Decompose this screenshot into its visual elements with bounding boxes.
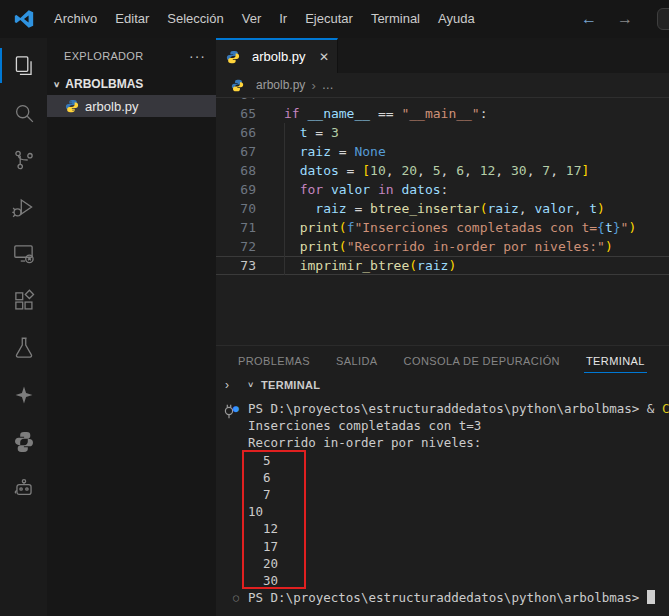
search-icon [11, 100, 37, 126]
code-line-67[interactable]: 67 raiz = None [216, 142, 669, 161]
explorer-icon [11, 53, 37, 79]
activity-search-icon[interactable] [0, 89, 47, 136]
code-text: print(f"Inserciones completadas con t={t… [284, 218, 636, 237]
folder-row-arbolbmas[interactable]: ∨ ARBOLBMAS [47, 73, 216, 95]
line-number: 65 [216, 104, 256, 123]
activity-sparkle-icon[interactable] [0, 371, 47, 418]
code-text: datos = [10, 20, 5, 6, 12, 30, 7, 17] [284, 161, 589, 180]
line-number: 71 [216, 218, 256, 237]
code-line-70[interactable]: 70 raiz = btree_insertar(raiz, valor, t) [216, 199, 669, 218]
python-file-icon [226, 50, 240, 64]
command-decoration-icon: ○ [233, 589, 239, 606]
terminal-line: ●PS D:\proyectos\estructuraddedatos\pyth… [216, 400, 669, 417]
code-line-68[interactable]: 68 datos = [10, 20, 5, 6, 12, 30, 7, 17] [216, 161, 669, 180]
python-icon [11, 429, 37, 455]
explorer-title: EXPLORADOR [64, 50, 189, 62]
bottom-panel: PROBLEMASSALIDACONSOLA DE DEPURACIÓNTERM… [216, 345, 669, 616]
activity-testing-icon[interactable] [0, 324, 47, 371]
panel-tab-salida[interactable]: SALIDA [336, 346, 378, 376]
activity-bar [0, 38, 47, 616]
activity-explorer-icon[interactable] [0, 42, 47, 89]
remote-explorer-icon [11, 241, 37, 267]
history-navigation: ← → [581, 0, 633, 38]
line-number: 67 [216, 142, 256, 161]
terminal-line: ○PS D:\proyectos\estructuraddedatos\pyth… [216, 589, 669, 606]
terminal-section-header: › ∨ TERMINAL [216, 376, 669, 398]
activity-run-debug-icon[interactable] [0, 183, 47, 230]
activity-python-icon[interactable] [0, 418, 47, 465]
terminal-line: Inserciones completadas con t=3 [216, 417, 669, 434]
terminal-section-label: TERMINAL [261, 379, 320, 391]
menu-item-ayuda[interactable]: Ayuda [429, 7, 484, 31]
sparkle-icon [11, 382, 37, 408]
source-control-icon [11, 147, 37, 173]
menu-item-selección[interactable]: Selección [158, 7, 232, 31]
code-editor[interactable]: 6465if __name__ == "__main__":66 t = 367… [216, 98, 669, 345]
menu-item-editar[interactable]: Editar [106, 7, 158, 31]
code-line-72[interactable]: 72 print("Recorrido in-order por niveles… [216, 237, 669, 256]
panel-tab-terminal[interactable]: TERMINAL [586, 346, 645, 376]
robot-icon [11, 476, 37, 502]
breadcrumb-separator: › [311, 78, 315, 93]
titlebar: ArchivoEditarSelecciónVerIrEjecutarTermi… [0, 0, 669, 38]
code-line-69[interactable]: 69 for valor in datos: [216, 180, 669, 199]
code-text: t = 3 [284, 123, 339, 142]
extensions-icon [11, 288, 37, 314]
code-line-65[interactable]: 65if __name__ == "__main__": [216, 104, 669, 123]
activity-source-control-icon[interactable] [0, 136, 47, 183]
activity-robot-icon[interactable] [0, 465, 47, 512]
code-line-66[interactable]: 66 t = 3 [216, 123, 669, 142]
back-arrow-icon[interactable]: ← [581, 10, 597, 28]
panel-tab-consola-de-depuración[interactable]: CONSOLA DE DEPURACIÓN [404, 346, 560, 376]
forward-arrow-icon[interactable]: → [617, 10, 633, 28]
panel-tab-problemas[interactable]: PROBLEMAS [238, 346, 310, 376]
file-row-arbolb-py[interactable]: arbolb.py [47, 95, 216, 117]
menu-item-terminal[interactable]: Terminal [362, 7, 429, 31]
code-text: imprimir_btree(raiz) [284, 256, 456, 275]
line-number: 72 [216, 237, 256, 256]
breadcrumb[interactable]: arbolb.py › … [216, 73, 669, 98]
activity-remote-explorer-icon[interactable] [0, 230, 47, 277]
breadcrumb-symbol-more: … [322, 78, 334, 92]
line-number: 69 [216, 180, 256, 199]
chevron-down-icon[interactable]: ∨ [247, 380, 254, 389]
line-number: 73 [216, 256, 256, 275]
chevron-down-icon: ∨ [53, 80, 60, 89]
activity-extensions-icon[interactable] [0, 277, 47, 324]
python-file-icon [65, 99, 79, 113]
code-line-73[interactable]: 73 imprimir_btree(raiz) [216, 256, 669, 275]
menu-bar: ArchivoEditarSelecciónVerIrEjecutarTermi… [45, 0, 484, 38]
line-number: 70 [216, 199, 256, 218]
menu-item-ver[interactable]: Ver [233, 7, 271, 31]
explorer-more-actions-icon[interactable]: ··· [189, 48, 206, 64]
annotation-red-box [242, 450, 306, 589]
vscode-logo-icon [13, 8, 35, 30]
python-file-icon [231, 79, 244, 92]
testing-icon [11, 335, 37, 361]
terminal[interactable]: ●PS D:\proyectos\estructuraddedatos\pyth… [216, 398, 669, 616]
terminal-cursor [647, 590, 655, 604]
code-text: print("Recorrido in-order por niveles:") [284, 237, 613, 256]
terminal-line: Recorrido in-order por niveles: [216, 434, 669, 451]
vscode-window: ArchivoEditarSelecciónVerIrEjecutarTermi… [0, 0, 669, 616]
menu-item-archivo[interactable]: Archivo [45, 7, 106, 31]
run-debug-icon [11, 194, 37, 220]
panel-tab-bar: PROBLEMASSALIDACONSOLA DE DEPURACIÓNTERM… [216, 346, 669, 376]
menu-item-ir[interactable]: Ir [270, 7, 296, 31]
command-decoration-icon: ● [233, 400, 239, 417]
explorer-sidebar: EXPLORADOR ··· ∨ ARBOLBMAS arbolb.py [47, 38, 216, 616]
code-line-71[interactable]: 71 print(f"Inserciones completadas con t… [216, 218, 669, 237]
folder-name: ARBOLBMAS [65, 77, 143, 91]
code-text: for valor in datos: [284, 180, 448, 199]
tab-arbolb-py[interactable]: arbolb.py ✕ [216, 38, 338, 73]
menu-item-ejecutar[interactable]: Ejecutar [296, 7, 362, 31]
line-number: 66 [216, 123, 256, 142]
close-icon[interactable]: ✕ [319, 50, 329, 64]
code-text: raiz = btree_insertar(raiz, valor, t) [284, 199, 605, 218]
command-center-searchbox[interactable] [657, 8, 669, 30]
file-name: arbolb.py [85, 99, 138, 114]
editor-tab-bar: arbolb.py ✕ [216, 38, 669, 73]
breadcrumb-file: arbolb.py [256, 78, 305, 92]
chevron-right-icon[interactable]: › [225, 378, 229, 392]
code-text: if __name__ == "__main__": [284, 104, 488, 123]
